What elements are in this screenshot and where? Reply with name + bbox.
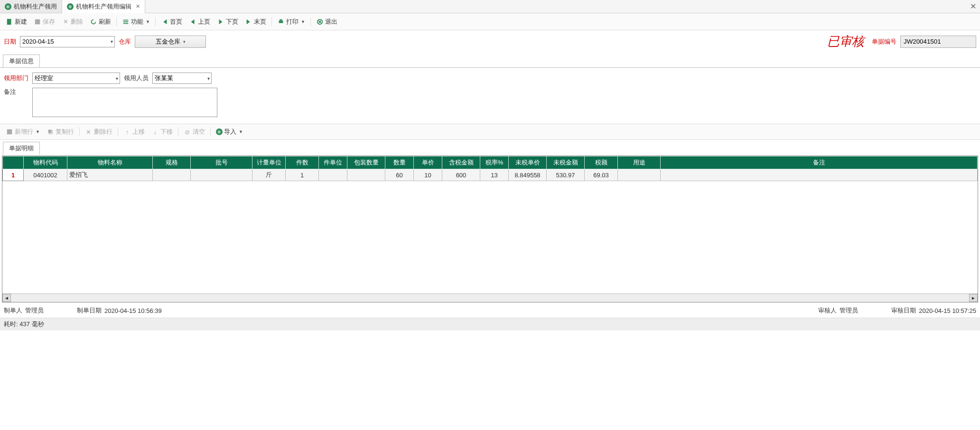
col-uom[interactable]: 计量单位 bbox=[252, 156, 286, 169]
svg-rect-4 bbox=[123, 23, 129, 24]
col-remark[interactable]: 备注 bbox=[661, 156, 978, 169]
col-taxrate[interactable]: 税率% bbox=[480, 156, 509, 169]
tab-list[interactable]: ⊕ 机物料生产领用 bbox=[0, 0, 62, 13]
function-button[interactable]: 功能 ▼ bbox=[119, 16, 153, 27]
prev-icon bbox=[189, 18, 196, 26]
svg-rect-9 bbox=[48, 130, 52, 133]
refresh-label: 刷新 bbox=[99, 18, 111, 26]
moveup-label: 上移 bbox=[132, 128, 145, 136]
horizontal-scrollbar[interactable]: ◄ ► bbox=[2, 293, 978, 302]
col-netamt[interactable]: 未税金额 bbox=[547, 156, 585, 169]
section2-tab[interactable]: 单据明细 bbox=[3, 142, 40, 155]
cell-code[interactable]: 0401002 bbox=[24, 169, 67, 181]
delete-button[interactable]: ✕ 删除 bbox=[59, 16, 86, 27]
col-batch[interactable]: 批号 bbox=[191, 156, 252, 169]
cell-name[interactable]: 爱招飞 bbox=[67, 169, 153, 181]
date-label: 日期 bbox=[4, 37, 16, 46]
delete-icon: ✕ bbox=[62, 18, 69, 26]
import-button[interactable]: ⊕ 导入 ▼ bbox=[213, 126, 246, 137]
date-field[interactable] bbox=[20, 36, 115, 47]
warehouse-select[interactable]: 五金仓库 ▾ bbox=[135, 36, 206, 48]
scroll-left-icon[interactable]: ◄ bbox=[2, 294, 11, 302]
col-rownum[interactable] bbox=[3, 156, 24, 169]
addrow-icon bbox=[6, 128, 13, 136]
cell-spec[interactable] bbox=[153, 169, 191, 181]
print-button[interactable]: 打印 ▼ bbox=[274, 16, 308, 27]
new-button[interactable]: 新建 bbox=[3, 16, 30, 27]
clear-button[interactable]: ⊘ 清空 bbox=[181, 126, 208, 137]
prev-page-button[interactable]: 上页 bbox=[186, 16, 213, 27]
separator bbox=[210, 127, 211, 137]
tab-label: 机物料生产领用 bbox=[14, 2, 57, 11]
section1-tab[interactable]: 单据信息 bbox=[3, 55, 40, 67]
grid-container: 物料代码 物料名称 规格 批号 计量单位 件数 件单位 包装数量 数量 单价 含… bbox=[2, 156, 978, 302]
scroll-right-icon[interactable]: ► bbox=[969, 294, 978, 302]
cell-use[interactable] bbox=[618, 169, 661, 181]
exit-button[interactable]: 退出 bbox=[313, 16, 340, 27]
remark-label: 备注 bbox=[4, 88, 28, 96]
separator bbox=[116, 17, 117, 27]
clear-label: 清空 bbox=[193, 128, 205, 136]
delrow-button[interactable]: ✕ 删除行 bbox=[82, 126, 115, 137]
chevron-down-icon: ▼ bbox=[301, 19, 305, 24]
col-taxamt[interactable]: 含税金额 bbox=[442, 156, 480, 169]
last-page-button[interactable]: 末页 bbox=[242, 16, 269, 27]
tab-edit[interactable]: ⊕ 机物料生产领用编辑 ✕ bbox=[62, 0, 145, 13]
copyrow-button[interactable]: 复制行 bbox=[44, 126, 77, 137]
cell-remark[interactable] bbox=[661, 169, 978, 181]
addrow-button[interactable]: 新增行 ▼ bbox=[3, 126, 43, 137]
cell-batch[interactable] bbox=[191, 169, 252, 181]
cell-taxrate[interactable]: 13 bbox=[480, 169, 509, 181]
cell-netamt[interactable]: 530.97 bbox=[547, 169, 585, 181]
moveup-button[interactable]: ↑ 上移 bbox=[121, 126, 148, 137]
cell-qty[interactable]: 60 bbox=[385, 169, 414, 181]
new-icon bbox=[6, 18, 13, 26]
cell-netprice[interactable]: 8.849558 bbox=[509, 169, 547, 181]
col-name[interactable]: 物料名称 bbox=[67, 156, 153, 169]
col-spec[interactable]: 规格 bbox=[153, 156, 191, 169]
print-label: 打印 bbox=[286, 18, 299, 26]
dept-field[interactable] bbox=[32, 73, 120, 84]
cell-taxamt[interactable]: 600 bbox=[442, 169, 480, 181]
separator bbox=[310, 17, 311, 27]
cell-pack[interactable] bbox=[347, 169, 385, 181]
col-qty[interactable]: 数量 bbox=[385, 156, 414, 169]
make-date-value: 2020-04-15 10:56:39 bbox=[104, 307, 162, 314]
col-use[interactable]: 用途 bbox=[618, 156, 661, 169]
next-page-button[interactable]: 下页 bbox=[214, 16, 241, 27]
globe-icon: ⊕ bbox=[5, 3, 11, 10]
person-field[interactable] bbox=[152, 73, 212, 84]
movedown-label: 下移 bbox=[160, 128, 173, 136]
cell-uom[interactable]: 斤 bbox=[252, 169, 286, 181]
cell-rownum[interactable]: 1 bbox=[3, 169, 24, 181]
save-button[interactable]: 保存 bbox=[31, 16, 58, 27]
col-pcsu[interactable]: 件单位 bbox=[319, 156, 347, 169]
separator bbox=[271, 17, 272, 27]
refresh-button[interactable]: 刷新 bbox=[87, 16, 114, 27]
cell-pcsu[interactable] bbox=[319, 169, 347, 181]
first-icon bbox=[161, 18, 168, 26]
detail-grid[interactable]: 物料代码 物料名称 规格 批号 计量单位 件数 件单位 包装数量 数量 单价 含… bbox=[2, 156, 978, 181]
cell-tax[interactable]: 69.03 bbox=[585, 169, 618, 181]
table-row[interactable]: 1 0401002 爱招飞 斤 1 60 10 600 13 8.849558 … bbox=[3, 169, 978, 181]
dept-label: 领用部门 bbox=[4, 74, 28, 82]
separator bbox=[178, 127, 178, 137]
close-tab-icon[interactable]: ✕ bbox=[136, 3, 140, 9]
col-tax[interactable]: 税额 bbox=[585, 156, 618, 169]
movedown-button[interactable]: ↓ 下移 bbox=[149, 126, 176, 137]
cell-price[interactable]: 10 bbox=[414, 169, 442, 181]
moveup-icon: ↑ bbox=[123, 128, 131, 136]
col-pcs[interactable]: 件数 bbox=[286, 156, 319, 169]
col-price[interactable]: 单价 bbox=[414, 156, 442, 169]
cell-pcs[interactable]: 1 bbox=[286, 169, 319, 181]
window-close-icon[interactable]: ✕ bbox=[970, 2, 976, 11]
function-label: 功能 bbox=[131, 18, 143, 26]
delrow-label: 删除行 bbox=[94, 128, 112, 136]
col-netprice[interactable]: 未税单价 bbox=[509, 156, 547, 169]
first-page-button[interactable]: 首页 bbox=[158, 16, 185, 27]
svg-rect-3 bbox=[123, 21, 129, 22]
delete-label: 删除 bbox=[71, 18, 83, 26]
col-code[interactable]: 物料代码 bbox=[24, 156, 67, 169]
col-pack[interactable]: 包装数量 bbox=[347, 156, 385, 169]
remark-field[interactable] bbox=[32, 88, 217, 117]
